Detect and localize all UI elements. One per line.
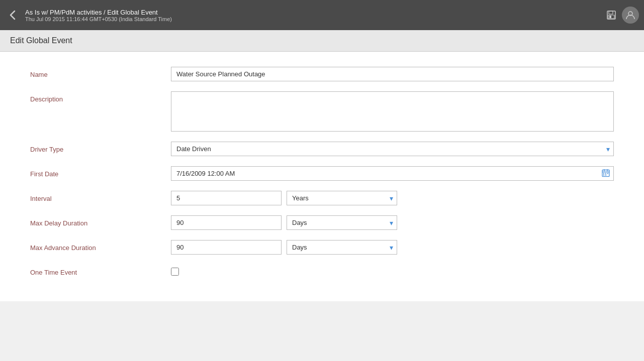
name-label: Name <box>30 67 171 78</box>
interval-unit-select-wrapper: Days Weeks Months Years ▾ <box>287 191 397 205</box>
svg-rect-8 <box>607 173 608 174</box>
driver-type-select[interactable]: Date Driven Meter Driven <box>171 142 614 156</box>
driver-type-row: Driver Type Date Driven Meter Driven ▾ <box>30 142 614 156</box>
user-avatar[interactable] <box>622 7 639 24</box>
max-advance-row: Max Advance Duration Days Weeks Months Y… <box>30 240 614 255</box>
one-time-event-label: One Time Event <box>30 265 171 276</box>
max-delay-number-input[interactable] <box>171 215 282 230</box>
interval-unit-select[interactable]: Days Weeks Months Years <box>287 191 397 205</box>
first-date-label: First Date <box>30 166 171 178</box>
interval-control-area: Days Weeks Months Years ▾ <box>171 191 614 205</box>
driver-type-select-wrapper: Date Driven Meter Driven ▾ <box>171 142 614 156</box>
max-delay-unit-select-wrapper: Days Weeks Months Years ▾ <box>287 215 397 230</box>
first-date-input-wrapper <box>171 166 614 181</box>
max-delay-unit-select[interactable]: Days Weeks Months Years <box>287 215 397 230</box>
max-advance-number-input[interactable] <box>171 240 282 255</box>
name-input[interactable] <box>171 67 614 81</box>
breadcrumb-area: As Is w/ PM/PdM activities / Edit Global… <box>25 9 172 22</box>
max-delay-row: Max Delay Duration Days Weeks Months Yea… <box>30 215 614 230</box>
svg-rect-7 <box>605 173 606 174</box>
description-label: Description <box>30 91 171 103</box>
one-time-event-checkbox[interactable] <box>171 268 179 276</box>
back-button[interactable] <box>5 8 20 23</box>
svg-rect-10 <box>605 174 606 175</box>
interval-number-input[interactable] <box>171 191 282 205</box>
max-delay-label: Max Delay Duration <box>30 215 171 227</box>
max-delay-control-area: Days Weeks Months Years ▾ <box>171 215 614 230</box>
breadcrumb-title: As Is w/ PM/PdM activities / Edit Global… <box>25 9 172 16</box>
first-date-row: First Date <box>30 166 614 181</box>
max-advance-unit-select-wrapper: Days Weeks Months Years ▾ <box>287 240 397 255</box>
name-control-area <box>171 67 614 81</box>
interval-label: Interval <box>30 191 171 202</box>
name-row: Name <box>30 67 614 81</box>
description-input[interactable] <box>171 91 614 132</box>
save-icon-button[interactable] <box>604 8 619 23</box>
driver-type-label: Driver Type <box>30 142 171 153</box>
one-time-event-row: One Time Event <box>30 265 614 276</box>
top-bar-actions <box>604 8 619 23</box>
interval-row: Interval Days Weeks Months Years ▾ <box>30 191 614 205</box>
svg-rect-3 <box>609 16 611 18</box>
max-advance-label: Max Advance Duration <box>30 240 171 252</box>
svg-rect-6 <box>603 173 604 174</box>
svg-rect-1 <box>609 11 613 14</box>
description-control-area <box>171 91 614 132</box>
breadcrumb-timestamp: Thu Jul 09 2015 11:16:44 GMT+0530 (India… <box>25 16 172 22</box>
max-advance-unit-select[interactable]: Days Weeks Months Years <box>287 240 397 255</box>
first-date-input[interactable] <box>171 166 614 181</box>
first-date-control-area <box>171 166 614 181</box>
page-title: Edit Global Event <box>10 36 72 45</box>
page-header: Edit Global Event <box>0 30 644 52</box>
form-container: Name Description Driver Type Date Driven… <box>0 52 644 301</box>
calendar-icon[interactable] <box>602 169 610 178</box>
one-time-event-control-area <box>171 265 614 276</box>
description-row: Description <box>30 91 614 132</box>
max-advance-control-area: Days Weeks Months Years ▾ <box>171 240 614 255</box>
svg-rect-9 <box>603 174 604 175</box>
driver-type-control-area: Date Driven Meter Driven ▾ <box>171 142 614 156</box>
top-bar: As Is w/ PM/PdM activities / Edit Global… <box>0 0 644 30</box>
